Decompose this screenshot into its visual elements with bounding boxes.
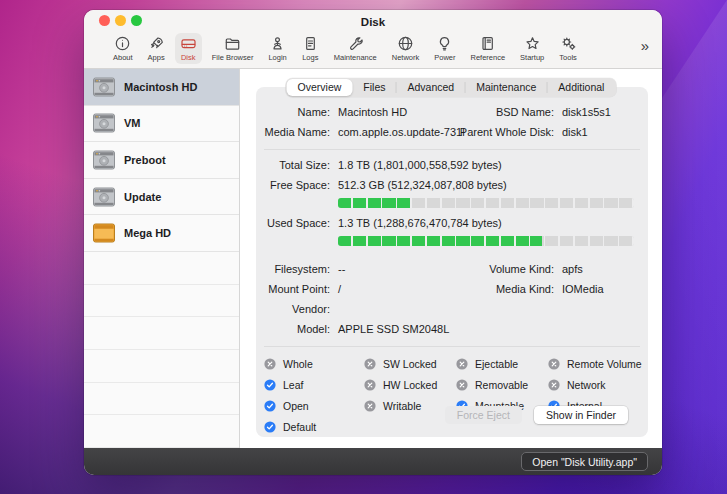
flag-label: Writable — [383, 400, 421, 412]
tab-maintenance[interactable]: Maintenance — [465, 79, 547, 96]
window-body: Macintosh HDVMPrebootUpdateMega HD Overv… — [84, 69, 662, 448]
toolbar-item-label: Apps — [148, 53, 165, 62]
traffic-lights — [99, 15, 142, 26]
window-chrome: Disk AboutAppsDiskFile BrowserLoginLogsM… — [84, 10, 662, 69]
flags-column: SW LockedHW LockedWritable — [364, 353, 456, 437]
toolbar-item-disk[interactable]: Disk — [175, 33, 202, 64]
minimize-button[interactable] — [115, 15, 126, 26]
field-label: Used Space: — [264, 217, 330, 229]
toolbar-item-label: Startup — [520, 53, 544, 62]
toolbar-item-reference[interactable]: Reference — [466, 33, 511, 64]
field-label: Free Space: — [264, 179, 330, 191]
zoom-button[interactable] — [131, 15, 142, 26]
open-disk-utility-button[interactable]: Open "Disk Utility.app" — [521, 452, 648, 471]
info-icon — [114, 35, 131, 52]
close-button[interactable] — [99, 15, 110, 26]
toolbar-overflow-chevron-icon[interactable]: » — [641, 38, 649, 53]
sidebar-item-vm[interactable]: VM — [84, 106, 239, 143]
toolbar-item-about[interactable]: About — [108, 33, 138, 64]
star-icon — [524, 35, 541, 52]
sidebar-item-preboot[interactable]: Preboot — [84, 142, 239, 179]
flag-remote-volume: Remote Volume — [548, 353, 642, 374]
field-value: disk1s5s1 — [562, 106, 611, 118]
field-value: apfs — [562, 263, 583, 275]
capacity-bar-segments — [338, 236, 634, 246]
flag-label: Ejectable — [475, 358, 518, 370]
tab-additional[interactable]: Additional — [547, 79, 615, 96]
capacity-bar-segments — [338, 198, 634, 208]
field-label: Parent Whole Disk: — [448, 126, 554, 138]
flag-whole: Whole — [264, 353, 364, 374]
disk-app-window: Disk AboutAppsDiskFile BrowserLoginLogsM… — [84, 10, 662, 475]
toolbar-item-label: Disk — [181, 53, 196, 62]
tab-bar: OverviewFilesAdvancedMaintenanceAddition… — [286, 78, 617, 97]
flag-label: Leaf — [283, 379, 303, 391]
toolbar-item-label: Power — [434, 53, 455, 62]
toolbar-item-label: Login — [268, 53, 286, 62]
sidebar-item-macintosh-hd[interactable]: Macintosh HD — [84, 69, 239, 106]
toolbar-item-label: Network — [392, 53, 420, 62]
sidebar-item-mega-hd[interactable]: Mega HD — [84, 215, 239, 252]
field-row-free-space: Free Space:512.3 GB (512,324,087,808 byt… — [256, 176, 648, 196]
field-value: 1.8 TB (1,801,000,558,592 bytes) — [338, 159, 502, 171]
force-eject-button: Force Eject — [445, 406, 522, 424]
toolbar-item-network[interactable]: Network — [387, 33, 425, 64]
toolbar-item-label: File Browser — [212, 53, 254, 62]
toolbar-item-apps[interactable]: Apps — [143, 33, 170, 64]
internal-drive-icon — [92, 112, 116, 134]
x-circle-icon — [364, 358, 376, 370]
sidebar-empty-row — [84, 383, 239, 416]
toolbar-item-file-browser[interactable]: File Browser — [207, 33, 259, 64]
check-circle-icon — [264, 379, 276, 391]
field-label: Media Kind: — [448, 283, 554, 295]
field-value: disk1 — [562, 126, 588, 138]
toolbar-item-label: Tools — [559, 53, 577, 62]
toolbar-item-logs[interactable]: Logs — [297, 33, 324, 64]
panel-spacer — [256, 252, 648, 260]
sidebar-item-label: Preboot — [124, 154, 166, 166]
flag-ejectable: Ejectable — [456, 353, 548, 374]
capacity-bar — [338, 198, 634, 208]
flags-column: EjectableRemovableMountable — [456, 353, 548, 437]
field-label: Vendor: — [264, 303, 330, 315]
x-circle-icon — [548, 358, 560, 370]
field-label: Name: — [264, 106, 330, 118]
flag-label: Removable — [475, 379, 528, 391]
panel-divider — [264, 149, 640, 150]
field-value: 512.3 GB (512,324,087,808 bytes) — [338, 179, 507, 191]
tab-overview[interactable]: Overview — [287, 79, 353, 96]
flag-open: Open — [264, 395, 364, 416]
tab-files[interactable]: Files — [352, 79, 396, 96]
x-circle-icon — [456, 358, 468, 370]
field-value: Macintosh HD — [338, 106, 407, 118]
x-circle-icon — [456, 379, 468, 391]
flag-label: Whole — [283, 358, 313, 370]
x-circle-icon — [548, 379, 560, 391]
toolbar-item-label: About — [113, 53, 133, 62]
panel-buttons: Force EjectShow in Finder — [445, 406, 628, 424]
flag-leaf: Leaf — [264, 374, 364, 395]
flag-label: Open — [283, 400, 309, 412]
toolbar-item-login[interactable]: Login — [263, 33, 291, 64]
field-row-mount-point: Mount Point:/Media Kind:IOMedia — [256, 280, 648, 300]
document-icon — [302, 35, 319, 52]
sidebar-item-update[interactable]: Update — [84, 179, 239, 216]
overview-panel: Name:Macintosh HDBSD Name:disk1s5s1Media… — [256, 87, 648, 437]
toolbar-item-maintenance[interactable]: Maintenance — [329, 33, 382, 64]
flags-column: Remote VolumeNetworkInternal — [548, 353, 642, 437]
desktop-wallpaper: Disk AboutAppsDiskFile BrowserLoginLogsM… — [0, 0, 727, 494]
sidebar-empty-row — [84, 350, 239, 383]
window-title: Disk — [361, 13, 385, 28]
toolbar-item-startup[interactable]: Startup — [515, 33, 549, 64]
toolbar-item-power[interactable]: Power — [429, 33, 460, 64]
field-value: -- — [338, 263, 345, 275]
show-in-finder-button[interactable]: Show in Finder — [534, 406, 628, 424]
flag-sw-locked: SW Locked — [364, 353, 456, 374]
toolbar-item-tools[interactable]: Tools — [554, 33, 582, 64]
field-label: Filesystem: — [264, 263, 330, 275]
rocket-icon — [148, 35, 165, 52]
flag-label: HW Locked — [383, 379, 437, 391]
tab-advanced[interactable]: Advanced — [396, 79, 465, 96]
lightbulb-icon — [436, 35, 453, 52]
sidebar-empty-row — [84, 252, 239, 285]
